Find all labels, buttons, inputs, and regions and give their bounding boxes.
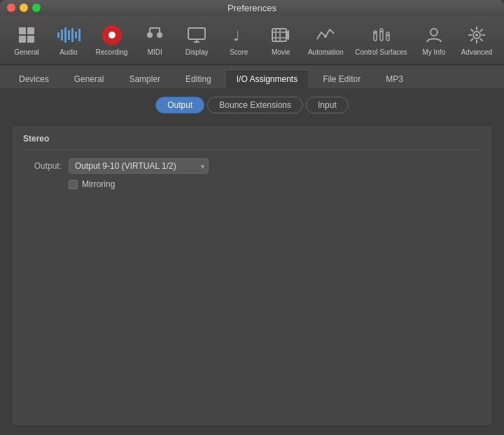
- svg-point-23: [380, 31, 382, 33]
- mirroring-checkbox[interactable]: [69, 180, 78, 189]
- recording-icon: [101, 24, 123, 46]
- svg-point-26: [430, 29, 438, 36]
- io-panel: Stereo Output: Output 9-10 (VIRTUAL 1/2)…: [11, 125, 493, 427]
- toolbar-item-recording[interactable]: Recording: [91, 21, 132, 59]
- tabs-row1: Devices General Sampler Editing I/O Assi…: [0, 65, 504, 88]
- display-icon: [186, 24, 208, 46]
- window-controls: [7, 4, 41, 12]
- svg-text:♩: ♩: [233, 28, 239, 43]
- svg-point-28: [475, 34, 478, 36]
- automation-icon: [314, 24, 337, 46]
- toolbar: General Audio: [0, 15, 504, 65]
- window-title: Preferences: [227, 3, 276, 13]
- svg-line-35: [480, 29, 483, 32]
- svg-rect-24: [386, 32, 389, 41]
- svg-rect-9: [188, 28, 205, 39]
- close-button[interactable]: [7, 4, 15, 12]
- midi-icon: [144, 24, 166, 46]
- output-select[interactable]: Output 9-10 (VIRTUAL 1/2): [69, 158, 209, 174]
- my-info-label: My Info: [422, 48, 445, 56]
- score-icon: ♩: [227, 24, 250, 46]
- svg-rect-3: [27, 36, 34, 43]
- tab-input[interactable]: Input: [306, 97, 349, 113]
- section-title: Stereo: [23, 134, 481, 150]
- tab-bounce-extensions[interactable]: Bounce Extensions: [207, 97, 303, 113]
- tab-general[interactable]: General: [62, 69, 116, 88]
- svg-rect-0: [19, 27, 26, 34]
- svg-line-36: [470, 39, 473, 41]
- svg-rect-2: [19, 36, 26, 43]
- tab-devices[interactable]: Devices: [7, 69, 61, 88]
- maximize-button[interactable]: [32, 4, 41, 12]
- minimize-button[interactable]: [20, 4, 28, 12]
- advanced-label: Advanced: [461, 48, 492, 56]
- toolbar-item-midi[interactable]: MIDI: [135, 21, 174, 59]
- content-area: Output Bounce Extensions Input Stereo Ou…: [0, 88, 504, 435]
- my-info-icon: [423, 24, 445, 46]
- svg-point-21: [374, 32, 376, 34]
- tab-io-assignments[interactable]: I/O Assignments: [225, 69, 309, 88]
- toolbar-item-my-info[interactable]: My Info: [414, 21, 454, 59]
- toolbar-item-display[interactable]: Display: [177, 21, 216, 59]
- toolbar-item-control-surfaces[interactable]: Control Surfaces: [351, 21, 412, 59]
- title-bar: Preferences: [0, 0, 504, 15]
- movie-icon: [270, 24, 292, 46]
- svg-rect-13: [272, 29, 286, 41]
- toolbar-item-movie[interactable]: Movie: [261, 21, 300, 59]
- output-select-wrapper: Output 9-10 (VIRTUAL 1/2) ▾: [69, 158, 209, 174]
- movie-label: Movie: [272, 48, 290, 56]
- general-label: General: [14, 48, 39, 56]
- toolbar-item-general[interactable]: General: [7, 21, 46, 59]
- toolbar-item-advanced[interactable]: Advanced: [456, 21, 497, 59]
- mirroring-row: Mirroring: [69, 179, 481, 189]
- tab-output[interactable]: Output: [155, 97, 204, 113]
- svg-point-5: [157, 32, 162, 38]
- svg-line-34: [480, 39, 483, 41]
- svg-marker-14: [286, 30, 289, 40]
- mirroring-label: Mirroring: [82, 179, 115, 189]
- tab-mp3[interactable]: MP3: [374, 69, 415, 88]
- automation-label: Automation: [308, 48, 344, 56]
- preferences-window: Preferences General: [0, 0, 504, 435]
- control-surfaces-icon: [370, 24, 393, 46]
- control-surfaces-label: Control Surfaces: [355, 48, 407, 56]
- svg-point-19: [324, 35, 327, 38]
- tab-sampler[interactable]: Sampler: [117, 69, 172, 88]
- svg-point-4: [147, 32, 153, 38]
- score-label: Score: [230, 48, 248, 56]
- tab-editing[interactable]: Editing: [174, 69, 223, 88]
- tab-file-editor[interactable]: File Editor: [311, 69, 372, 88]
- svg-rect-1: [27, 27, 34, 34]
- output-label: Output:: [23, 161, 62, 171]
- svg-point-25: [386, 34, 388, 36]
- tabs-row2: Output Bounce Extensions Input: [11, 97, 493, 113]
- output-row: Output: Output 9-10 (VIRTUAL 1/2) ▾: [23, 158, 481, 174]
- advanced-icon: [465, 24, 488, 46]
- svg-line-33: [470, 29, 473, 32]
- display-label: Display: [186, 48, 209, 56]
- recording-label: Recording: [96, 48, 128, 56]
- audio-icon: [57, 24, 80, 46]
- toolbar-item-score[interactable]: ♩ Score: [219, 21, 258, 59]
- toolbar-item-automation[interactable]: Automation: [303, 21, 348, 59]
- midi-label: MIDI: [148, 48, 162, 56]
- audio-label: Audio: [59, 48, 78, 56]
- toolbar-item-audio[interactable]: Audio: [49, 21, 88, 59]
- general-icon: [15, 24, 38, 46]
